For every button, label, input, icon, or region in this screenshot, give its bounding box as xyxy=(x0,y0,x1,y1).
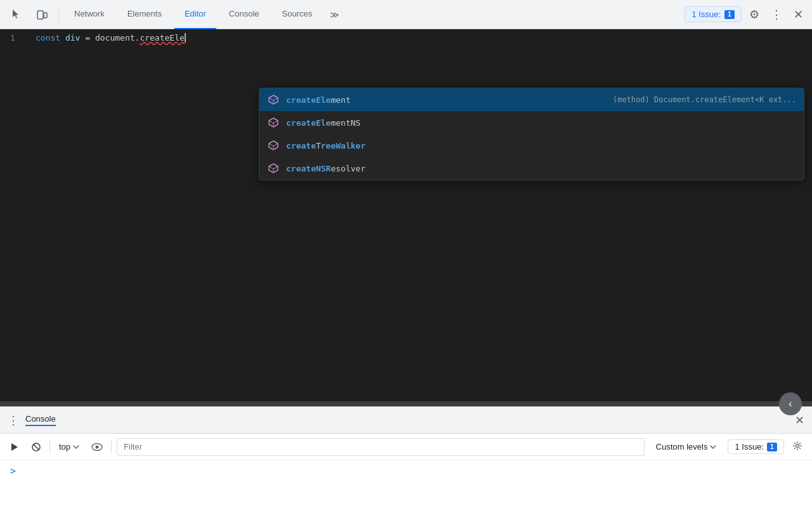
svg-line-16 xyxy=(34,444,39,450)
svg-point-19 xyxy=(796,444,799,447)
devtools-toolbar: Network Elements Editor Console Sources … xyxy=(0,0,812,29)
levels-chevron-icon xyxy=(710,445,716,449)
autocomplete-text-2: createElementNS xyxy=(286,118,360,128)
console-more-button[interactable]: ⋮ xyxy=(5,411,22,430)
issue-badge[interactable]: 1 Issue: 1 xyxy=(684,6,742,22)
autocomplete-item-createTreeWalker[interactable]: createTreeWalker xyxy=(259,134,804,157)
autocomplete-text-4: createNSResolver xyxy=(286,164,365,173)
issue-label: 1 Issue: xyxy=(691,10,721,19)
rest-text-2: mentNS xyxy=(331,118,360,128)
typed-code: createEle xyxy=(140,33,184,43)
settings-button[interactable]: ⚙ xyxy=(745,4,763,25)
more-tabs-button[interactable]: ≫ xyxy=(325,6,344,23)
custom-levels-button[interactable]: Custom levels xyxy=(650,439,723,454)
rest-text-3: T xyxy=(316,141,321,150)
context-label: top xyxy=(59,442,70,451)
toolbar-right: 1 Issue: 1 ⚙ ⋮ ✕ xyxy=(684,4,807,25)
toolbar-divider-1 xyxy=(58,7,59,22)
console-panel: ⋮ Console ✕ top xyxy=(0,406,812,508)
tab-sources[interactable]: Sources xyxy=(272,0,323,29)
match-text-3b: reeWalker xyxy=(321,141,365,150)
code-line-1: 1 const div = document.createEle xyxy=(0,29,812,46)
more-options-button[interactable]: ⋮ xyxy=(767,4,786,25)
console-toolbar: top Custom levels 1 Issue: 1 xyxy=(0,434,812,460)
svg-marker-12 xyxy=(269,164,278,169)
filter-input[interactable] xyxy=(117,438,645,456)
panel-divider: ‹ xyxy=(0,401,812,406)
console-divider-2 xyxy=(111,441,112,453)
prompt-arrow: > xyxy=(10,465,16,477)
custom-levels-label: Custom levels xyxy=(656,442,708,451)
tab-console[interactable]: Console xyxy=(219,0,270,29)
svg-point-18 xyxy=(96,445,99,448)
rest-text-1: ment xyxy=(331,95,350,105)
tab-editor[interactable]: Editor xyxy=(174,0,216,29)
cursor-tool-button[interactable] xyxy=(5,4,28,25)
keyword-const: const xyxy=(36,33,60,43)
console-content: > xyxy=(0,460,812,508)
match-text-3a: create xyxy=(286,141,316,150)
console-issue-label: 1 Issue: xyxy=(735,442,764,451)
autocomplete-detail-1: (method) Document.createElement<K ext... xyxy=(613,95,796,104)
console-chat-icon: 1 xyxy=(767,443,777,451)
svg-marker-14 xyxy=(11,443,18,451)
var-div: div xyxy=(65,33,80,43)
cursor xyxy=(185,33,186,43)
autocomplete-dropdown: createElement (method) Document.createEl… xyxy=(259,88,804,180)
svg-marker-9 xyxy=(269,141,278,146)
code-content-1[interactable]: const div = document.createEle xyxy=(36,33,186,43)
autocomplete-item-createElementNS[interactable]: createElementNS xyxy=(259,111,804,134)
autocomplete-text-1: createElement xyxy=(286,95,351,105)
device-toolbar-button[interactable] xyxy=(30,4,53,25)
editor-area: 1 const div = document.createEle createE… xyxy=(0,29,812,401)
equals: = document. xyxy=(85,33,140,43)
chevron-down-icon xyxy=(73,445,79,449)
cube-icon-3 xyxy=(267,139,280,152)
cube-icon-1 xyxy=(267,93,280,106)
svg-rect-1 xyxy=(44,13,47,18)
cube-icon-2 xyxy=(267,116,280,129)
chevron-left-icon: ‹ xyxy=(789,399,792,409)
autocomplete-text-3: createTreeWalker xyxy=(286,141,365,150)
collapse-panel-button[interactable]: ‹ xyxy=(779,392,802,415)
tab-elements[interactable]: Elements xyxy=(117,0,172,29)
line-number-1: 1 xyxy=(10,33,36,43)
close-devtools-button[interactable]: ✕ xyxy=(790,4,807,25)
cube-icon-4 xyxy=(267,162,280,175)
autocomplete-item-createNSResolver[interactable]: createNSResolver xyxy=(259,157,804,180)
console-issue-badge[interactable]: 1 Issue: 1 xyxy=(728,439,784,454)
chat-icon: 1 xyxy=(724,10,735,19)
context-selector-button[interactable]: top xyxy=(55,439,83,454)
match-text-4: createNSR xyxy=(286,164,331,173)
stop-button[interactable] xyxy=(28,439,44,455)
autocomplete-item-createElement[interactable]: createElement (method) Document.createEl… xyxy=(259,88,804,111)
rest-text-4: esolver xyxy=(331,164,365,173)
tab-network[interactable]: Network xyxy=(64,0,115,29)
run-script-button[interactable] xyxy=(6,439,23,455)
console-header: ⋮ Console ✕ xyxy=(0,407,812,434)
svg-rect-0 xyxy=(37,11,43,19)
console-divider-1 xyxy=(49,441,50,453)
svg-marker-6 xyxy=(269,118,278,123)
console-title: Console xyxy=(25,414,56,426)
hide-network-button[interactable] xyxy=(88,439,106,455)
match-text-2: createEle xyxy=(286,118,331,128)
svg-marker-3 xyxy=(269,95,278,100)
match-text-1: createEle xyxy=(286,95,331,105)
console-settings-button[interactable] xyxy=(789,438,806,457)
console-prompt[interactable]: > xyxy=(10,465,16,477)
